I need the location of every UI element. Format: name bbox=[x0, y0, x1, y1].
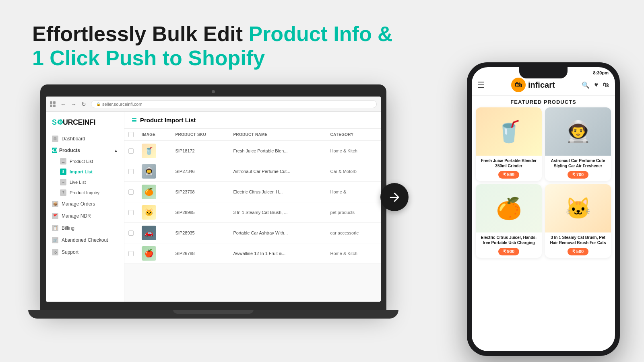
support-label: Support bbox=[62, 249, 78, 255]
import-icon: ⬇ bbox=[60, 169, 66, 175]
billing-icon: 📋 bbox=[52, 225, 58, 231]
phone-header-actions: 🔍 ♥ 🛍 bbox=[582, 81, 610, 89]
product-thumb: 👨‍🚀 bbox=[142, 164, 156, 179]
products-label: Products bbox=[59, 148, 80, 153]
sidebar-item-abandoned-checkout[interactable]: 🛒 Abandoned Checkout bbox=[46, 234, 124, 246]
sidebar: S⚙URCEINFI ⊞ Dashboard 🏷 Products ▲ ☰ bbox=[46, 112, 124, 302]
product-card-name: Electric Citrus Juicer, Hands-free Porta… bbox=[479, 235, 539, 245]
import-list-label: Import List bbox=[70, 169, 93, 174]
table-row[interactable]: 🍊 SIP23708 Electric Citrus Juicer, H... … bbox=[124, 182, 381, 202]
hero-line2: 1 Click Push to Shopify bbox=[32, 46, 265, 70]
table-row[interactable]: 🐱 SIP28985 3 In 1 Steamy Cat Brush, ... … bbox=[124, 202, 381, 223]
refresh-button[interactable]: ↻ bbox=[80, 100, 88, 108]
products-icon: 🏷 bbox=[52, 148, 57, 153]
sidebar-item-product-list[interactable]: ☰ Product List bbox=[58, 156, 124, 167]
product-card-name: 3 In 1 Steamy Cat Brush, Pet Hair Remova… bbox=[548, 235, 608, 245]
app-layout: S⚙URCEINFI ⊞ Dashboard 🏷 Products ▲ ☰ bbox=[46, 112, 381, 302]
product-category: Home & bbox=[326, 182, 381, 202]
main-content: ☰ Product Import List IMAGE PRODUCT SKU … bbox=[124, 112, 381, 302]
product-name: Portable Car Ashtray With... bbox=[229, 223, 326, 243]
product-card-image: 🍊 bbox=[476, 184, 542, 232]
sidebar-logo: S⚙URCEINFI bbox=[46, 118, 124, 133]
row-checkbox[interactable] bbox=[128, 251, 134, 256]
product-category: pet products bbox=[326, 202, 381, 223]
hero-heading: Effortlessly Bulk Edit Product Info & 1 … bbox=[32, 22, 393, 70]
product-sku: SIP18172 bbox=[171, 141, 229, 161]
price-badge: ₹ 599 bbox=[498, 171, 519, 179]
table-row[interactable]: 🍎 SIP26788 Awwalline 12 In 1 Fruit &... … bbox=[124, 243, 381, 264]
sidebar-item-import-list[interactable]: ⬇ Import List bbox=[58, 167, 124, 177]
dashboard-icon: ⊞ bbox=[52, 136, 58, 142]
content-header: ☰ Product Import List bbox=[124, 112, 381, 129]
orders-icon: 📦 bbox=[52, 201, 58, 207]
laptop-mockup: ← → ↻ 🔒 seller.sourceinfi.com S⚙URCEINFI bbox=[40, 84, 390, 350]
sidebar-item-manage-ndr[interactable]: 🚩 Manage NDR bbox=[46, 210, 124, 222]
sidebar-item-live-list[interactable]: → Live List bbox=[58, 177, 124, 187]
phone-notch bbox=[519, 67, 568, 78]
ndr-icon: 🚩 bbox=[52, 213, 58, 219]
product-thumb: 🚗 bbox=[142, 226, 156, 240]
sidebar-item-product-inquiry[interactable]: ? Product Inquiry bbox=[58, 187, 124, 198]
sidebar-label-dashboard: Dashboard bbox=[62, 136, 85, 142]
phone-product-card[interactable]: 🍊 Electric Citrus Juicer, Hands-free Por… bbox=[476, 184, 542, 258]
sidebar-item-products[interactable]: 🏷 Products ▲ bbox=[46, 145, 124, 156]
search-icon[interactable]: 🔍 bbox=[582, 81, 590, 89]
billing-label: Billing bbox=[62, 225, 74, 231]
app-name: inficart bbox=[528, 80, 555, 90]
row-checkbox[interactable] bbox=[128, 230, 134, 236]
hamburger-icon[interactable]: ☰ bbox=[477, 80, 485, 90]
table-row[interactable]: 👨‍🚀 SIP27346 Astronaut Car Perfume Cut..… bbox=[124, 161, 381, 182]
table-row[interactable]: 🚗 SIP28935 Portable Car Ashtray With... … bbox=[124, 223, 381, 243]
table-row[interactable]: 🥤 SIP18172 Fresh Juice Portable Blen... … bbox=[124, 141, 381, 161]
sidebar-item-billing[interactable]: 📋 Billing bbox=[46, 222, 124, 234]
tabs-icon bbox=[50, 101, 56, 107]
price-badge: ₹ 500 bbox=[568, 248, 588, 255]
col-name: PRODUCT NAME bbox=[229, 129, 326, 141]
col-category: CATEGORY bbox=[326, 129, 381, 141]
checkout-icon: 🛒 bbox=[52, 237, 58, 243]
sidebar-item-dashboard[interactable]: ⊞ Dashboard bbox=[46, 133, 124, 145]
phone-product-card[interactable]: 👨‍🚀 Astronaut Car Perfume Cute Styling C… bbox=[545, 107, 611, 181]
inquiry-label: Product Inquiry bbox=[70, 190, 99, 195]
products-submenu: ☰ Product List ⬇ Import List → Live List bbox=[46, 156, 124, 198]
laptop-camera bbox=[212, 90, 215, 93]
phone-product-card[interactable]: 🐱 3 In 1 Steamy Cat Brush, Pet Hair Remo… bbox=[545, 184, 611, 258]
url-bar[interactable]: 🔒 seller.sourceinfi.com bbox=[91, 100, 377, 108]
product-category: Home & Kitch bbox=[326, 243, 381, 264]
arrow-badge bbox=[380, 183, 409, 211]
arrow-right-icon bbox=[388, 190, 402, 204]
row-checkbox[interactable] bbox=[128, 148, 134, 154]
select-all-checkbox[interactable] bbox=[128, 132, 134, 137]
back-button[interactable]: ← bbox=[59, 100, 68, 108]
phone-products-grid: 🥤 Fresh Juice Portable Blender 350ml Gri… bbox=[472, 107, 615, 261]
phone-mockup: 8:30pm ☰ 🛍 inficart 🔍 ♥ 🛍 FEATURED PRODU… bbox=[467, 62, 620, 356]
table-body: 🥤 SIP18172 Fresh Juice Portable Blen... … bbox=[124, 141, 381, 264]
row-checkbox[interactable] bbox=[128, 189, 134, 195]
price-badge: ₹ 900 bbox=[498, 248, 519, 255]
product-card-image: 👨‍🚀 bbox=[545, 107, 611, 156]
heart-icon[interactable]: ♥ bbox=[594, 81, 599, 89]
product-sku: SIP23708 bbox=[171, 182, 229, 202]
cart-icon[interactable]: 🛍 bbox=[603, 81, 609, 89]
product-card-name: Fresh Juice Portable Blender 350ml Grind… bbox=[479, 158, 539, 169]
product-name: Awwalline 12 In 1 Fruit &... bbox=[229, 243, 326, 264]
product-thumb: 🍊 bbox=[142, 185, 156, 199]
row-checkbox[interactable] bbox=[128, 169, 134, 174]
product-thumb: 🍎 bbox=[142, 246, 156, 261]
row-checkbox[interactable] bbox=[128, 210, 134, 215]
product-card-body: 3 In 1 Steamy Cat Brush, Pet Hair Remova… bbox=[545, 232, 611, 258]
ndr-label: Manage NDR bbox=[62, 213, 91, 219]
price-badge: ₹ 700 bbox=[568, 171, 588, 179]
product-card-image: 🥤 bbox=[476, 107, 542, 156]
sidebar-item-support[interactable]: ◇ Support bbox=[46, 246, 124, 258]
forward-button[interactable]: → bbox=[69, 100, 78, 108]
featured-title: FEATURED PRODUCTS bbox=[472, 96, 615, 107]
sidebar-item-manage-orders[interactable]: 📦 Manage Orders bbox=[46, 198, 124, 210]
orders-label: Manage Orders bbox=[62, 201, 95, 207]
phone-product-card[interactable]: 🥤 Fresh Juice Portable Blender 350ml Gri… bbox=[476, 107, 542, 181]
product-sku: SIP28985 bbox=[171, 202, 229, 223]
chevron-up-icon: ▲ bbox=[114, 148, 118, 153]
phone-logo: 🛍 inficart bbox=[511, 78, 555, 92]
product-sku: SIP27346 bbox=[171, 161, 229, 182]
time-display: 8:30pm bbox=[593, 70, 609, 75]
